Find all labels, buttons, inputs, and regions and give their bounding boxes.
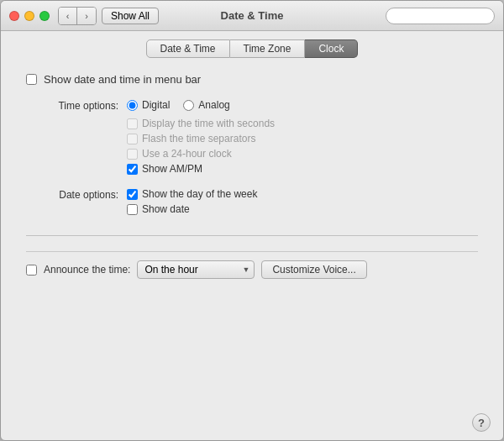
search-input[interactable] xyxy=(386,8,495,24)
customize-voice-button[interactable]: Customize Voice... xyxy=(261,260,366,279)
use-24hour-row: Use a 24-hour clock xyxy=(127,148,275,160)
show-date-row: Show date xyxy=(127,203,257,215)
show-dayofweek-label: Show the day of the week xyxy=(142,188,257,200)
forward-button[interactable]: › xyxy=(77,8,96,24)
analog-label: Analog xyxy=(198,99,229,111)
show-menubar-row: Show date and time in menu bar xyxy=(26,73,478,86)
nav-buttons: ‹ › xyxy=(58,7,97,25)
analog-radio[interactable] xyxy=(183,100,194,111)
digital-label: Digital xyxy=(142,99,170,111)
help-button[interactable]: ? xyxy=(472,413,491,432)
analog-option: Analog xyxy=(183,99,229,111)
show-date-checkbox[interactable] xyxy=(127,204,138,215)
show-menubar-checkbox[interactable] xyxy=(26,74,37,85)
use-24hour-checkbox[interactable] xyxy=(127,149,138,160)
traffic-lights xyxy=(9,11,50,21)
time-options-label: Time options: xyxy=(26,99,127,175)
announce-dropdown[interactable]: On the hour Every half hour Every quarte… xyxy=(137,260,255,279)
clock-panel: Show date and time in menu bar Time opti… xyxy=(1,65,503,405)
time-options-section: Time options: Digital Analog Display the… xyxy=(26,99,478,175)
show-ampm-checkbox[interactable] xyxy=(127,164,138,175)
show-ampm-label: Show AM/PM xyxy=(142,163,202,175)
window-title: Date & Time xyxy=(221,9,284,22)
footer: ? xyxy=(1,405,503,440)
display-seconds-row: Display the time with seconds xyxy=(127,118,275,129)
window: ‹ › Show All Date & Time Date & Time Tim… xyxy=(0,0,504,441)
divider xyxy=(26,235,478,236)
show-all-button[interactable]: Show All xyxy=(102,8,159,24)
display-seconds-label: Display the time with seconds xyxy=(142,118,275,129)
digital-analog-row: Digital Analog xyxy=(127,99,275,111)
flash-separators-label: Flash the time separators xyxy=(142,133,255,144)
show-dayofweek-checkbox[interactable] xyxy=(127,189,138,200)
back-button[interactable]: ‹ xyxy=(59,8,77,24)
use-24hour-label: Use a 24-hour clock xyxy=(142,148,232,160)
tab-time-zone[interactable]: Time Zone xyxy=(230,39,306,58)
close-button[interactable] xyxy=(9,11,19,21)
time-options-content: Digital Analog Display the time with sec… xyxy=(127,99,275,175)
digital-option: Digital xyxy=(127,99,170,111)
maximize-button[interactable] xyxy=(39,11,50,21)
display-seconds-checkbox[interactable] xyxy=(127,118,138,129)
date-options-content: Show the day of the week Show date xyxy=(127,188,257,215)
tab-clock[interactable]: Clock xyxy=(305,39,358,58)
show-ampm-row: Show AM/PM xyxy=(127,163,275,175)
titlebar: ‹ › Show All Date & Time xyxy=(1,1,503,31)
announce-section: Announce the time: On the hour Every hal… xyxy=(26,251,478,279)
tab-bar: Date & Time Time Zone Clock xyxy=(1,31,503,65)
tab-date-time[interactable]: Date & Time xyxy=(146,39,230,58)
flash-separators-checkbox[interactable] xyxy=(127,134,138,144)
digital-radio[interactable] xyxy=(127,100,138,111)
announce-dropdown-wrapper: On the hour Every half hour Every quarte… xyxy=(137,260,255,279)
date-options-section: Date options: Show the day of the week S… xyxy=(26,188,478,215)
show-date-label: Show date xyxy=(142,203,190,215)
announce-checkbox[interactable] xyxy=(26,265,37,276)
announce-label: Announce the time: xyxy=(44,264,130,276)
date-options-label: Date options: xyxy=(26,188,127,215)
flash-separators-row: Flash the time separators xyxy=(127,133,275,144)
show-menubar-label: Show date and time in menu bar xyxy=(44,73,201,86)
show-dayofweek-row: Show the day of the week xyxy=(127,188,257,200)
minimize-button[interactable] xyxy=(24,11,34,21)
